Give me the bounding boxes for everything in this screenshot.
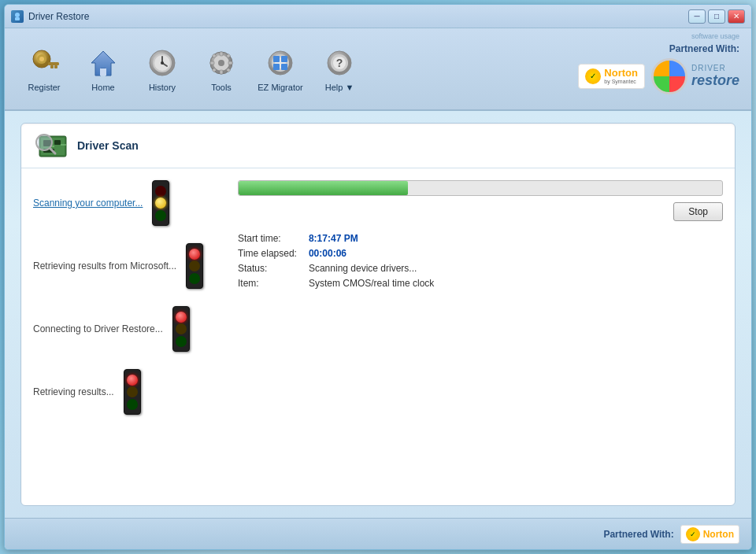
nav-ez-migrator-label: EZ Migrator <box>258 83 302 92</box>
nav-history[interactable]: History <box>135 40 190 98</box>
steps-column: Scanning your computer... Retrieving res… <box>33 180 222 493</box>
tools-icon <box>205 46 238 79</box>
scan-panel-icon <box>33 131 69 160</box>
register-icon <box>28 46 61 79</box>
light-red-4 <box>127 375 138 386</box>
logo-driver-text: driver <box>691 64 739 72</box>
app-icon <box>11 10 24 23</box>
svg-rect-6 <box>54 65 57 68</box>
traffic-light-4 <box>124 369 141 415</box>
step-2: Retrieving results from Microsoft... <box>33 243 222 289</box>
svg-point-18 <box>218 60 224 66</box>
step-1-label[interactable]: Scanning your computer... <box>33 198 143 209</box>
svg-rect-41 <box>54 140 61 145</box>
scan-body: Scanning your computer... Retrieving res… <box>21 168 735 505</box>
svg-text:?: ? <box>336 57 343 69</box>
elapsed-value: 00:00:06 <box>309 248 723 259</box>
ez-migrator-icon <box>264 46 297 79</box>
traffic-light-1 <box>152 180 169 226</box>
light-red-3 <box>176 312 187 323</box>
norton-badge: ✓ Norton by Symantec <box>578 64 645 88</box>
title-bar: Driver Restore ─ □ ✕ <box>5 5 751 28</box>
nav-home-label: Home <box>91 83 114 92</box>
light-yellow-1 <box>155 198 166 209</box>
svg-point-15 <box>161 61 164 65</box>
norton-text-group: Norton by Symantec <box>604 67 638 85</box>
minimize-button[interactable]: ─ <box>688 9 706 24</box>
light-yellow-3 <box>176 323 187 334</box>
main-window: Driver Restore ─ □ ✕ software usage <box>4 4 752 550</box>
help-icon: ? <box>323 46 356 79</box>
norton-brand: Norton <box>604 67 638 79</box>
stop-button[interactable]: Stop <box>673 202 723 221</box>
svg-rect-9 <box>100 68 106 76</box>
footer-norton-badge: ✓ Norton <box>680 525 739 544</box>
progress-bar-fill <box>239 181 408 195</box>
software-usage-text: software usage <box>691 32 739 40</box>
scan-panel: Driver Scan Scanning your computer... <box>20 123 736 506</box>
nav-tools-label: Tools <box>211 83 232 92</box>
start-time-label: Start time: <box>238 233 297 244</box>
light-green-1 <box>155 210 166 221</box>
svg-point-0 <box>15 13 20 17</box>
svg-rect-30 <box>273 56 280 62</box>
light-red-2 <box>189 249 200 260</box>
svg-rect-5 <box>48 62 59 65</box>
history-icon <box>146 46 179 79</box>
nav-register-label: Register <box>28 83 61 92</box>
light-green-3 <box>176 336 187 347</box>
footer-partner-label: Partnered With: <box>603 529 673 540</box>
elapsed-label: Time elapsed: <box>238 248 297 259</box>
step-1: Scanning your computer... <box>33 180 222 226</box>
window-controls: ─ □ ✕ <box>688 9 745 24</box>
svg-rect-21 <box>210 61 214 65</box>
nav-help[interactable]: ? Help ▼ <box>312 40 367 98</box>
header: software usage Register <box>5 28 751 111</box>
light-green-4 <box>127 399 138 410</box>
item-label: Item: <box>238 278 297 289</box>
svg-rect-19 <box>220 52 223 56</box>
status-label: Status: <box>238 263 297 274</box>
window-title: Driver Restore <box>28 11 688 22</box>
navigation: Register Home <box>17 40 578 98</box>
traffic-light-2 <box>186 243 203 289</box>
nav-ez-migrator[interactable]: EZ Migrator <box>253 40 308 98</box>
start-time-value: 8:17:47 PM <box>309 233 723 244</box>
logo-restore-text: restore <box>691 72 739 89</box>
light-red-1 <box>155 186 166 197</box>
partner-label: Partnered With: <box>669 43 739 54</box>
svg-rect-32 <box>273 64 280 70</box>
norton-sub: by Symantec <box>604 79 638 85</box>
nav-home[interactable]: Home <box>76 40 131 98</box>
scan-title: Driver Scan <box>77 139 139 152</box>
status-value: Scanning device drivers... <box>309 263 723 274</box>
svg-rect-31 <box>281 56 287 62</box>
light-yellow-2 <box>189 260 200 271</box>
light-green-2 <box>189 273 200 284</box>
item-value: System CMOS/real time clock <box>309 278 723 289</box>
svg-rect-20 <box>220 70 223 74</box>
main-content: Driver Scan Scanning your computer... <box>5 111 751 518</box>
step-4-label: Retrieving results... <box>33 386 114 397</box>
step-2-label: Retrieving results from Microsoft... <box>33 260 176 271</box>
maximize-button[interactable]: □ <box>708 9 725 24</box>
step-3-label: Connecting to Driver Restore... <box>33 323 163 334</box>
step-4: Retrieving results... <box>33 369 222 415</box>
footer: Partnered With: ✓ Norton <box>5 518 751 549</box>
traffic-light-3 <box>172 306 190 352</box>
nav-tools[interactable]: Tools <box>194 40 249 98</box>
scan-header: Driver Scan <box>21 124 735 168</box>
close-button[interactable]: ✕ <box>728 9 745 24</box>
home-icon <box>87 46 120 79</box>
norton-check-icon: ✓ <box>585 68 601 84</box>
progress-column: Stop Start time: 8:17:47 PM Time elapsed… <box>238 180 723 493</box>
progress-bar-container <box>238 180 723 196</box>
svg-point-4 <box>39 57 44 61</box>
scan-info-grid: Start time: 8:17:47 PM Time elapsed: 00:… <box>238 233 723 289</box>
svg-rect-33 <box>281 64 287 70</box>
logo-circle-icon <box>651 58 687 94</box>
svg-rect-1 <box>15 17 20 20</box>
nav-history-label: History <box>149 83 176 92</box>
nav-register[interactable]: Register <box>17 40 72 98</box>
nav-help-label: Help ▼ <box>325 83 354 92</box>
